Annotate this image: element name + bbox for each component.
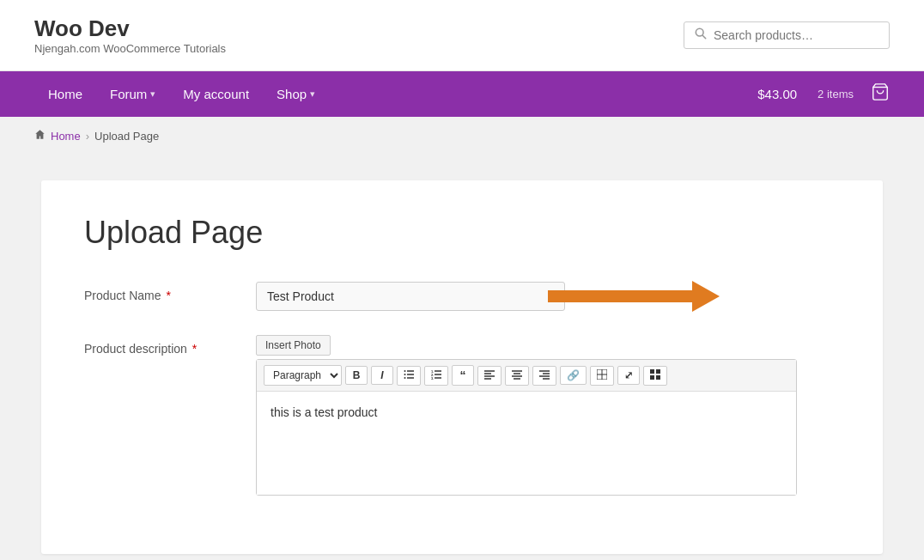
chevron-down-icon-shop: ▾ (310, 88, 315, 100)
align-left-button[interactable] (477, 366, 502, 386)
product-name-field-wrap (256, 282, 840, 311)
chevron-down-icon: ▾ (150, 88, 155, 100)
table-button[interactable] (590, 366, 614, 386)
svg-text:3.: 3. (431, 375, 434, 380)
svg-rect-33 (650, 375, 654, 380)
search-input[interactable] (714, 28, 878, 42)
align-right-button[interactable] (532, 366, 556, 386)
bold-button[interactable]: B (345, 366, 368, 385)
product-name-row: Product Name * (84, 282, 840, 311)
svg-point-8 (404, 374, 406, 375)
site-branding: Woo Dev Njengah.com WooCommerce Tutorial… (34, 15, 226, 55)
page-title: Upload Page (84, 215, 840, 251)
breadcrumb-current: Upload Page (94, 130, 159, 143)
editor-toolbar: Paragraph B I 1.2.3. “ (257, 360, 796, 392)
nav-right: $43.00 2 items (757, 82, 890, 106)
italic-button[interactable]: I (371, 366, 393, 385)
insert-photo-button[interactable]: Insert Photo (256, 335, 331, 356)
product-description-field-wrap: Insert Photo Paragraph B I 1.2.3. (256, 335, 840, 496)
cart-amount: $43.00 (757, 87, 797, 101)
unordered-list-button[interactable] (397, 366, 421, 386)
rich-text-editor: Paragraph B I 1.2.3. “ (256, 359, 797, 496)
blockquote-button[interactable]: “ (452, 365, 474, 386)
required-star: * (166, 289, 170, 302)
home-icon (34, 129, 46, 143)
nav-item-home[interactable]: Home (34, 71, 96, 117)
product-description-row: Product description * Insert Photo Parag… (84, 335, 840, 496)
svg-rect-34 (656, 375, 660, 380)
svg-rect-31 (650, 369, 654, 374)
site-tagline: Njengah.com WooCommerce Tutorials (34, 42, 226, 55)
fullscreen-button[interactable]: ⤢ (617, 366, 640, 385)
cart-items-count: 2 items (818, 88, 854, 100)
site-nav: Home Forum ▾ My account Shop ▾ $43.00 2 … (0, 71, 924, 117)
product-description-label: Product description * (84, 335, 256, 356)
nav-left: Home Forum ▾ My account Shop ▾ (34, 71, 329, 117)
site-header: Woo Dev Njengah.com WooCommerce Tutorial… (0, 0, 924, 71)
nav-item-shop[interactable]: Shop ▾ (263, 71, 329, 117)
ordered-list-button[interactable]: 1.2.3. (424, 366, 448, 386)
svg-point-7 (404, 370, 406, 372)
content-card: Upload Page Product Name * Product descr… (41, 180, 883, 554)
nav-item-forum[interactable]: Forum ▾ (96, 71, 169, 117)
grid-button[interactable] (643, 366, 667, 386)
cart-icon[interactable] (871, 82, 890, 106)
breadcrumb: Home › Upload Page (0, 117, 924, 155)
nav-item-myaccount[interactable]: My account (169, 71, 263, 117)
breadcrumb-home-link[interactable]: Home (51, 130, 81, 143)
editor-body[interactable]: this is a test product (257, 392, 796, 495)
arrow-annotation (548, 281, 720, 312)
svg-point-9 (404, 377, 406, 379)
required-star-desc: * (192, 342, 197, 356)
align-center-button[interactable] (505, 366, 529, 386)
link-button[interactable]: 🔗 (560, 366, 587, 385)
product-name-input[interactable] (256, 282, 565, 311)
site-title: Woo Dev (34, 15, 226, 42)
paragraph-select[interactable]: Paragraph (264, 365, 342, 386)
svg-line-1 (702, 35, 706, 39)
search-form (684, 21, 890, 49)
product-name-label: Product Name * (84, 282, 256, 302)
main-content: Upload Page Product Name * Product descr… (0, 155, 924, 560)
search-icon (695, 27, 707, 43)
breadcrumb-separator: › (86, 130, 89, 143)
svg-rect-32 (656, 369, 660, 374)
svg-marker-3 (548, 281, 720, 312)
